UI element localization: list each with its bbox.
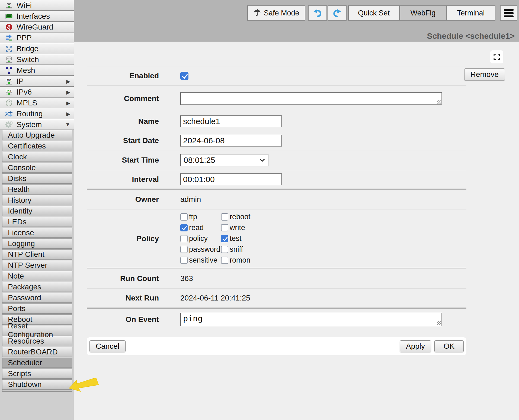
sidebar-item-identity[interactable]: Identity <box>2 206 72 216</box>
sidebar-item-routing[interactable]: Routing ▶ <box>0 108 74 119</box>
sidebar-item-routerboard[interactable]: RouterBOARD <box>2 347 72 357</box>
comment-label: Comment <box>87 94 159 103</box>
sidebar-item-ppp[interactable]: PPP <box>0 33 74 43</box>
policy-checkbox-romon[interactable] <box>221 257 228 264</box>
sidebar-item-ports[interactable]: Ports <box>2 303 72 314</box>
sidebar-item-disks[interactable]: Disks <box>2 173 72 184</box>
sidebar-subitem-label: History <box>8 196 31 205</box>
run-count-value: 363 <box>180 274 193 283</box>
expand-arrow-icon: ▶ <box>66 111 70 117</box>
policy-row: Policy ftp reboot <box>74 209 466 268</box>
sidebar-item-scripts[interactable]: Scripts <box>2 369 72 379</box>
sidebar-item-scheduler[interactable]: Scheduler <box>2 358 72 368</box>
sidebar-item-interfaces[interactable]: Interfaces <box>0 11 74 22</box>
tab-terminal[interactable]: Terminal <box>447 5 495 21</box>
routing-icon <box>5 110 13 118</box>
tab-webfig[interactable]: WebFig <box>400 5 447 21</box>
sidebar-item-license[interactable]: License <box>2 228 72 238</box>
apply-button[interactable]: Apply <box>400 340 431 352</box>
policy-checkbox-read[interactable] <box>180 224 188 231</box>
on-event-row: On Event ping <box>74 309 466 330</box>
policy-checkbox-sensitive[interactable] <box>180 257 188 264</box>
bridge-icon <box>5 45 13 53</box>
sidebar-item-label: Routing <box>17 109 43 118</box>
sidebar-item-system[interactable]: System ▼ <box>0 119 74 130</box>
policy-option-label: ftp <box>189 213 197 221</box>
next-run-row: Next Run 2024-06-11 20:41:25 <box>74 289 466 308</box>
interval-label: Interval <box>87 175 159 184</box>
policy-option-label: romon <box>230 256 251 264</box>
sidebar-item-history[interactable]: History <box>2 195 72 205</box>
on-event-label: On Event <box>87 315 159 324</box>
sidebar-item-console[interactable]: Console <box>2 163 72 173</box>
redo-button[interactable] <box>328 5 347 21</box>
sidebar-item-auto-upgrade[interactable]: Auto Upgrade <box>2 130 72 140</box>
sidebar-item-label: MPLS <box>17 99 37 107</box>
sidebar-subitem-label: License <box>8 228 34 237</box>
sidebar-item-certificates[interactable]: Certificates <box>2 141 72 151</box>
sidebar-subitem-label: Certificates <box>8 142 46 150</box>
expand-arrow-icon: ▶ <box>66 89 70 95</box>
policy-checkbox-password[interactable] <box>180 246 188 253</box>
policy-checkbox-ftp[interactable] <box>180 213 188 221</box>
name-input[interactable] <box>180 115 282 127</box>
policy-option-label: read <box>189 224 204 232</box>
policy-option-ftp: ftp <box>180 213 221 221</box>
sidebar-item-ipv6[interactable]: IPv6 ▶ <box>0 87 74 98</box>
sidebar-item-label: Interfaces <box>17 12 50 21</box>
sidebar-item-packages[interactable]: Packages <box>2 282 72 292</box>
comment-textarea[interactable] <box>180 92 442 105</box>
enabled-checkbox[interactable] <box>180 72 188 80</box>
remove-button[interactable]: Remove <box>464 68 505 81</box>
start-time-select[interactable]: 08:01:25 <box>180 154 268 166</box>
on-event-textarea[interactable]: ping <box>180 313 442 326</box>
policy-checkbox-policy[interactable] <box>180 235 188 242</box>
policy-checkbox-write[interactable] <box>221 224 228 231</box>
start-date-input[interactable] <box>180 135 282 147</box>
sidebar-item-leds[interactable]: LEDs <box>2 217 72 227</box>
sidebar-item-mpls[interactable]: MPLS ▶ <box>0 98 74 108</box>
policy-label: Policy <box>87 234 159 243</box>
sidebar-item-bridge[interactable]: Bridge <box>0 43 74 54</box>
sidebar-item-wifi[interactable]: WiFi <box>0 0 74 11</box>
sidebar-item-mesh[interactable]: Mesh <box>0 65 74 76</box>
policy-checkbox-sniff[interactable] <box>221 246 228 253</box>
sidebar-item-label: Mesh <box>17 66 35 75</box>
policy-checkbox-test[interactable] <box>221 235 228 242</box>
start-date-row: Start Date <box>74 131 466 150</box>
fullscreen-button[interactable] <box>490 50 503 63</box>
sidebar-subitem-label: Password <box>8 293 41 302</box>
undo-button[interactable] <box>308 5 327 21</box>
sidebar-item-wireguard[interactable]: WireGuard <box>0 22 74 33</box>
sidebar-item-ntp-client[interactable]: NTP Client <box>2 249 72 260</box>
sidebar-item-switch[interactable]: Switch <box>0 54 74 65</box>
sidebar-item-partial <box>2 390 72 392</box>
ok-button[interactable]: OK <box>434 340 464 352</box>
tab-quick-set[interactable]: Quick Set <box>348 5 400 21</box>
sidebar-item-ip[interactable]: IP ▶ <box>0 76 74 87</box>
cancel-button[interactable]: Cancel <box>89 340 126 352</box>
policy-option-label: reboot <box>230 213 251 221</box>
policy-option-policy: policy <box>180 234 221 243</box>
sidebar-subitem-label: Reset Configuration <box>8 322 72 339</box>
sidebar-subitem-label: Packages <box>8 283 41 291</box>
policy-checkbox-reboot[interactable] <box>221 213 228 221</box>
menu-button[interactable] <box>500 5 517 21</box>
next-run-value: 2024-06-11 20:41:25 <box>180 294 250 302</box>
safe-mode-button[interactable]: Safe Mode <box>247 5 305 21</box>
sidebar-subitem-label: Resources <box>8 337 44 345</box>
interval-input[interactable] <box>180 173 282 185</box>
chevron-down-icon <box>259 158 265 162</box>
sidebar-item-clock[interactable]: Clock <box>2 152 72 162</box>
sidebar-subitem-label: NTP Server <box>8 261 47 270</box>
sidebar-item-health[interactable]: Health <box>2 184 72 195</box>
sidebar-item-password[interactable]: Password <box>2 293 72 303</box>
ppp-icon <box>5 34 13 42</box>
sidebar-item-reset-configuration[interactable]: Reset Configuration <box>2 325 72 335</box>
sidebar-item-ntp-server[interactable]: NTP Server <box>2 260 72 270</box>
wifi-icon <box>5 1 13 9</box>
sidebar-item-logging[interactable]: Logging <box>2 238 72 249</box>
run-count-label: Run Count <box>87 274 159 283</box>
sidebar-item-shutdown[interactable]: Shutdown <box>2 379 72 390</box>
sidebar-item-note[interactable]: Note <box>2 271 72 281</box>
